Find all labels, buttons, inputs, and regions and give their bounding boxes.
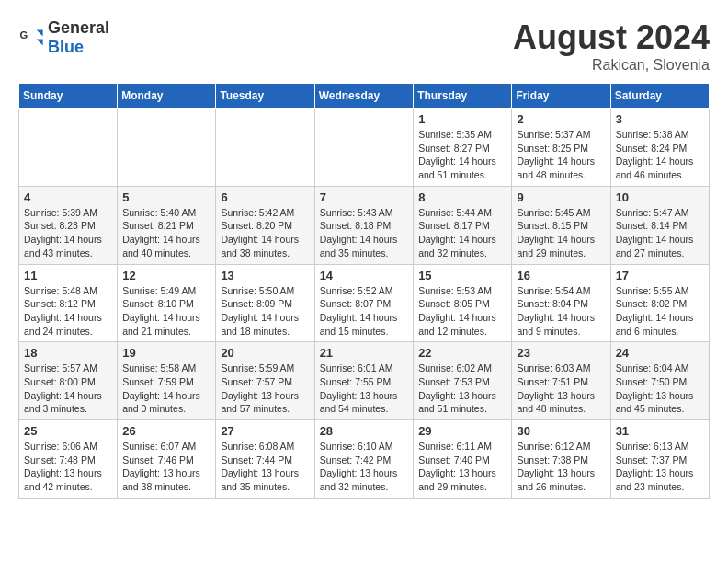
day-info: Sunrise: 5:45 AMSunset: 8:15 PMDaylight:… [517, 206, 605, 260]
day-info: Sunrise: 5:58 AMSunset: 7:59 PMDaylight:… [122, 362, 210, 416]
calendar-cell: 13Sunrise: 5:50 AMSunset: 8:09 PMDayligh… [216, 264, 314, 342]
day-number: 21 [320, 346, 409, 360]
weekday-header: Tuesday [216, 84, 314, 109]
calendar-cell: 27Sunrise: 6:08 AMSunset: 7:44 PMDayligh… [216, 420, 314, 499]
day-number: 16 [517, 269, 605, 282]
calendar-cell: 31Sunrise: 6:13 AMSunset: 7:37 PMDayligh… [610, 420, 709, 499]
calendar-cell: 1Sunrise: 5:35 AMSunset: 8:27 PMDaylight… [414, 109, 512, 187]
logo-general: General [48, 18, 109, 37]
calendar-cell: 24Sunrise: 6:04 AMSunset: 7:50 PMDayligh… [610, 342, 709, 420]
calendar-cell: 21Sunrise: 6:01 AMSunset: 7:55 PMDayligh… [314, 342, 414, 420]
day-info: Sunrise: 6:13 AMSunset: 7:37 PMDaylight:… [616, 440, 704, 494]
day-number: 15 [418, 269, 506, 282]
day-info: Sunrise: 5:40 AMSunset: 8:21 PMDaylight:… [122, 206, 210, 260]
day-info: Sunrise: 5:48 AMSunset: 8:12 PMDaylight:… [24, 284, 112, 339]
day-info: Sunrise: 5:53 AMSunset: 8:05 PMDaylight:… [418, 284, 506, 339]
day-number: 26 [122, 424, 210, 438]
calendar-cell: 20Sunrise: 5:59 AMSunset: 7:57 PMDayligh… [216, 342, 314, 420]
day-info: Sunrise: 5:44 AMSunset: 8:17 PMDaylight:… [418, 206, 506, 260]
calendar-cell: 5Sunrise: 5:40 AMSunset: 8:21 PMDaylight… [118, 186, 216, 264]
day-number: 22 [418, 346, 506, 360]
calendar-cell: 4Sunrise: 5:39 AMSunset: 8:23 PMDaylight… [19, 186, 118, 264]
day-info: Sunrise: 6:11 AMSunset: 7:40 PMDaylight:… [418, 440, 506, 494]
weekday-header: Wednesday [314, 84, 414, 109]
calendar-week-row: 11Sunrise: 5:48 AMSunset: 8:12 PMDayligh… [19, 264, 710, 342]
day-info: Sunrise: 6:06 AMSunset: 7:48 PMDaylight:… [24, 440, 112, 494]
day-number: 29 [418, 424, 506, 438]
calendar-cell: 10Sunrise: 5:47 AMSunset: 8:14 PMDayligh… [610, 186, 709, 264]
weekday-header: Friday [512, 84, 610, 109]
logo: G General Blue [18, 18, 109, 57]
calendar-cell: 2Sunrise: 5:37 AMSunset: 8:25 PMDaylight… [512, 109, 610, 187]
weekday-header: Saturday [610, 84, 709, 109]
calendar-cell: 14Sunrise: 5:52 AMSunset: 8:07 PMDayligh… [314, 264, 414, 342]
logo-icon: G [18, 25, 44, 51]
day-number: 1 [418, 112, 506, 126]
day-number: 2 [517, 112, 605, 126]
day-info: Sunrise: 6:01 AMSunset: 7:55 PMDaylight:… [320, 362, 409, 416]
calendar-cell: 19Sunrise: 5:58 AMSunset: 7:59 PMDayligh… [118, 342, 216, 420]
day-number: 25 [24, 424, 112, 438]
day-info: Sunrise: 5:57 AMSunset: 8:00 PMDaylight:… [24, 362, 112, 416]
day-number: 20 [221, 346, 309, 360]
calendar-cell: 7Sunrise: 5:43 AMSunset: 8:18 PMDaylight… [314, 186, 414, 264]
day-info: Sunrise: 5:54 AMSunset: 8:04 PMDaylight:… [517, 284, 605, 339]
calendar-table: SundayMondayTuesdayWednesdayThursdayFrid… [18, 83, 710, 499]
calendar-cell: 22Sunrise: 6:02 AMSunset: 7:53 PMDayligh… [414, 342, 512, 420]
calendar-cell: 11Sunrise: 5:48 AMSunset: 8:12 PMDayligh… [19, 264, 118, 342]
day-number: 18 [24, 346, 112, 360]
weekday-header: Monday [118, 84, 216, 109]
day-info: Sunrise: 6:04 AMSunset: 7:50 PMDaylight:… [616, 362, 704, 416]
day-number: 31 [616, 424, 704, 438]
calendar-cell: 6Sunrise: 5:42 AMSunset: 8:20 PMDaylight… [216, 186, 314, 264]
day-number: 24 [616, 346, 704, 360]
day-info: Sunrise: 6:03 AMSunset: 7:51 PMDaylight:… [517, 362, 605, 416]
calendar-cell [118, 109, 216, 187]
calendar-cell: 18Sunrise: 5:57 AMSunset: 8:00 PMDayligh… [19, 342, 118, 420]
calendar-cell: 23Sunrise: 6:03 AMSunset: 7:51 PMDayligh… [512, 342, 610, 420]
day-number: 10 [616, 190, 704, 204]
calendar-cell: 16Sunrise: 5:54 AMSunset: 8:04 PMDayligh… [512, 264, 610, 342]
calendar-cell: 12Sunrise: 5:49 AMSunset: 8:10 PMDayligh… [118, 264, 216, 342]
calendar-week-row: 1Sunrise: 5:35 AMSunset: 8:27 PMDaylight… [19, 109, 710, 187]
calendar-cell: 9Sunrise: 5:45 AMSunset: 8:15 PMDaylight… [512, 186, 610, 264]
calendar-cell: 17Sunrise: 5:55 AMSunset: 8:02 PMDayligh… [610, 264, 709, 342]
day-info: Sunrise: 5:38 AMSunset: 8:24 PMDaylight:… [616, 128, 704, 182]
day-info: Sunrise: 5:50 AMSunset: 8:09 PMDaylight:… [221, 284, 309, 339]
day-number: 23 [517, 346, 605, 360]
calendar-cell: 28Sunrise: 6:10 AMSunset: 7:42 PMDayligh… [314, 420, 414, 499]
calendar-cell [19, 109, 118, 187]
day-info: Sunrise: 6:07 AMSunset: 7:46 PMDaylight:… [122, 440, 210, 494]
location-subtitle: Rakican, Slovenia [513, 57, 710, 74]
weekday-header-row: SundayMondayTuesdayWednesdayThursdayFrid… [19, 84, 710, 109]
day-info: Sunrise: 6:02 AMSunset: 7:53 PMDaylight:… [418, 362, 506, 416]
day-number: 13 [221, 269, 309, 282]
calendar-cell: 8Sunrise: 5:44 AMSunset: 8:17 PMDaylight… [414, 186, 512, 264]
title-block: August 2024 Rakican, Slovenia [513, 18, 710, 74]
calendar-week-row: 18Sunrise: 5:57 AMSunset: 8:00 PMDayligh… [19, 342, 710, 420]
day-number: 28 [320, 424, 409, 438]
svg-marker-1 [37, 30, 43, 37]
day-number: 14 [320, 269, 409, 282]
day-number: 17 [616, 269, 704, 282]
calendar-cell: 30Sunrise: 6:12 AMSunset: 7:38 PMDayligh… [512, 420, 610, 499]
day-info: Sunrise: 5:43 AMSunset: 8:18 PMDaylight:… [320, 206, 409, 260]
day-info: Sunrise: 5:35 AMSunset: 8:27 PMDaylight:… [418, 128, 506, 182]
page-header: G General Blue August 2024 Rakican, Slov… [18, 18, 710, 74]
day-number: 4 [24, 190, 112, 204]
day-number: 8 [418, 190, 506, 204]
calendar-week-row: 4Sunrise: 5:39 AMSunset: 8:23 PMDaylight… [19, 186, 710, 264]
svg-marker-2 [37, 39, 43, 45]
svg-text:G: G [19, 29, 28, 40]
calendar-cell [216, 109, 314, 187]
day-number: 9 [517, 190, 605, 204]
day-info: Sunrise: 5:37 AMSunset: 8:25 PMDaylight:… [517, 128, 605, 182]
calendar-cell: 15Sunrise: 5:53 AMSunset: 8:05 PMDayligh… [414, 264, 512, 342]
day-info: Sunrise: 6:08 AMSunset: 7:44 PMDaylight:… [221, 440, 309, 494]
month-year-title: August 2024 [513, 18, 710, 57]
day-number: 30 [517, 424, 605, 438]
day-number: 7 [320, 190, 409, 204]
logo-blue: Blue [48, 38, 84, 56]
day-info: Sunrise: 5:55 AMSunset: 8:02 PMDaylight:… [616, 284, 704, 339]
calendar-cell: 3Sunrise: 5:38 AMSunset: 8:24 PMDaylight… [610, 109, 709, 187]
